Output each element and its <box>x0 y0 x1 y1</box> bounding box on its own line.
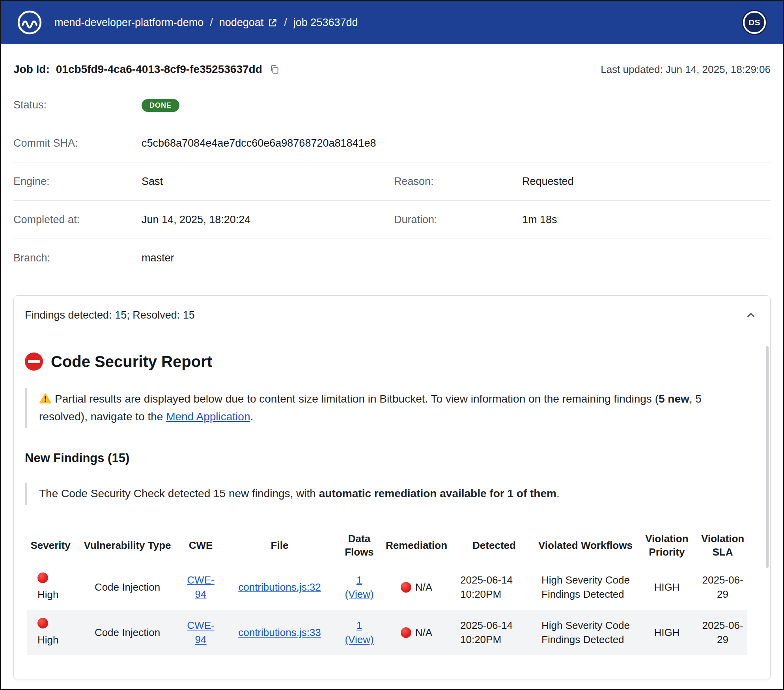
intro-text-2: . <box>556 487 560 500</box>
report-title: Code Security Report <box>25 352 759 371</box>
findings-card: Findings detected: 15; Resolved: 15 Code… <box>13 295 771 679</box>
detected-cell: 2025-06-14 10:20PM <box>453 610 535 655</box>
new-findings-heading: New Findings (15) <box>25 451 759 465</box>
warning-text-1: Partial results are displayed below due … <box>55 393 659 405</box>
violation-priority-cell: HIGH <box>636 610 698 655</box>
findings-intro: The Code Security Check detected 15 new … <box>25 483 759 505</box>
reason-value: Requested <box>522 175 771 188</box>
col-severity: Severity <box>27 527 74 565</box>
col-violation-sla: Violation SLA <box>698 527 747 565</box>
collapse-button[interactable] <box>743 308 758 323</box>
warning-icon <box>39 392 52 404</box>
cwe-cell: CWE-94 <box>181 565 220 610</box>
mend-application-link[interactable]: Mend Application <box>166 410 250 423</box>
breadcrumb-repo-label: nodegoat <box>219 17 264 29</box>
remediation-label: N/A <box>415 580 432 594</box>
report-body: Code Security Report Partial results are… <box>14 329 770 679</box>
table-row: High Code Injection CWE-94 contributions… <box>27 610 747 655</box>
engine-label: Engine: <box>13 175 142 188</box>
job-id-value: 01cb5fd9-4ca6-4013-8cf9-fe35253637dd <box>56 63 262 76</box>
completed-at-value: Jun 14, 2025, 18:20:24 <box>142 214 394 226</box>
completed-at-label: Completed at: <box>13 214 142 226</box>
col-data-flows: Data Flows <box>339 527 380 565</box>
breadcrumb: mend-developer-platform-demo / nodegoat … <box>54 17 358 29</box>
severity-cell: High <box>27 610 74 655</box>
field-row-status: Status: DONE <box>13 86 771 124</box>
field-row-branch: Branch: master <box>13 239 771 277</box>
warning-bold: 5 new <box>659 393 689 405</box>
col-file: File <box>220 527 339 565</box>
breadcrumb-repo[interactable]: nodegoat <box>219 17 278 29</box>
status-value: DONE <box>142 98 771 112</box>
violation-sla-cell: 2025-06-29 <box>698 610 747 655</box>
user-avatar[interactable]: DS <box>743 11 766 34</box>
vulnerability-type-cell: Code Injection <box>74 565 181 610</box>
remediation-na-icon <box>401 582 411 593</box>
status-label: Status: <box>13 99 142 111</box>
findings-table: Severity Vulnerability Type CWE File Dat… <box>27 527 747 655</box>
col-detected: Detected <box>453 527 535 565</box>
duration-value: 1m 18s <box>522 214 771 226</box>
breadcrumb-separator: / <box>210 17 213 29</box>
breadcrumb-job[interactable]: job 253637dd <box>293 17 358 29</box>
vulnerability-type-cell: Code Injection <box>74 610 181 655</box>
warning-text-3: . <box>250 410 253 423</box>
detected-cell: 2025-06-14 10:20PM <box>453 565 535 610</box>
findings-summary: Findings detected: 15; Resolved: 15 <box>25 309 195 321</box>
copy-job-id-button[interactable] <box>269 63 280 75</box>
file-link[interactable]: contributions.js:32 <box>238 581 321 593</box>
cwe-link[interactable]: CWE-94 <box>187 619 214 645</box>
job-id-label: Job Id: <box>13 63 50 76</box>
remediation-na-icon <box>401 627 411 638</box>
severity-label: High <box>37 587 70 602</box>
file-cell: contributions.js:33 <box>220 610 339 655</box>
severity-cell: High <box>27 565 74 610</box>
card-scrollbar[interactable] <box>766 346 769 568</box>
col-violation-priority: Violation Priority <box>636 527 698 565</box>
cwe-cell: CWE-94 <box>181 610 220 655</box>
duration-label: Duration: <box>394 214 522 226</box>
field-row-commit: Commit SHA: c5cb68a7084e4ae7dcc60e6a9876… <box>13 124 771 162</box>
file-cell: contributions.js:32 <box>220 565 339 610</box>
table-header-row: Severity Vulnerability Type CWE File Dat… <box>27 527 747 565</box>
page: mend-developer-platform-demo / nodegoat … <box>0 0 784 690</box>
partial-results-warning: Partial results are displayed below due … <box>25 388 759 428</box>
avatar-initials: DS <box>749 18 760 27</box>
data-flows-cell: 1 (View) <box>339 610 380 655</box>
cwe-link[interactable]: CWE-94 <box>187 574 214 600</box>
col-violated-workflows: Violated Workflows <box>535 527 636 565</box>
no-entry-icon <box>25 352 43 371</box>
last-updated: Last updated: Jun 14, 2025, 18:29:06 <box>601 63 771 76</box>
table-row: High Code Injection CWE-94 contributions… <box>27 565 747 610</box>
field-row-completed-duration: Completed at: Jun 14, 2025, 18:20:24 Dur… <box>13 201 771 239</box>
mend-logo-icon[interactable] <box>17 9 43 35</box>
violated-workflows-cell: High Severity Code Findings Detected <box>535 565 636 610</box>
commit-sha-value: c5cb68a7084e4ae7dcc60e6a98768720a81841e8 <box>142 137 771 149</box>
violated-workflows-cell: High Severity Code Findings Detected <box>535 610 636 655</box>
severity-label: High <box>37 633 70 647</box>
engine-value: Sast <box>142 175 394 188</box>
job-id-line: Job Id: 01cb5fd9-4ca6-4013-8cf9-fe352536… <box>13 63 280 76</box>
job-details: Job Id: 01cb5fd9-4ca6-4013-8cf9-fe352536… <box>1 44 783 277</box>
breadcrumb-project[interactable]: mend-developer-platform-demo <box>54 17 203 29</box>
reason-label: Reason: <box>394 175 522 188</box>
field-row-engine-reason: Engine: Sast Reason: Requested <box>13 162 771 201</box>
data-flows-link[interactable]: 1 (View) <box>345 574 373 600</box>
commit-sha-label: Commit SHA: <box>13 137 142 149</box>
data-flows-link[interactable]: 1 (View) <box>345 619 373 645</box>
remediation-cell: N/A <box>380 610 453 655</box>
violation-priority-cell: HIGH <box>636 565 698 610</box>
remediation-cell: N/A <box>380 565 453 610</box>
high-severity-icon <box>37 573 48 583</box>
file-link[interactable]: contributions.js:33 <box>238 627 321 638</box>
col-vulnerability-type: Vulnerability Type <box>74 527 181 565</box>
col-remediation: Remediation <box>380 527 453 565</box>
intro-text-1: The Code Security Check detected 15 new … <box>39 487 319 500</box>
data-flows-cell: 1 (View) <box>339 565 380 610</box>
branch-label: Branch: <box>13 252 142 264</box>
breadcrumb-separator: / <box>284 17 287 29</box>
findings-card-header[interactable]: Findings detected: 15; Resolved: 15 <box>14 296 770 329</box>
col-cwe: CWE <box>181 527 220 565</box>
branch-value: master <box>142 252 771 264</box>
high-severity-icon <box>37 618 48 628</box>
